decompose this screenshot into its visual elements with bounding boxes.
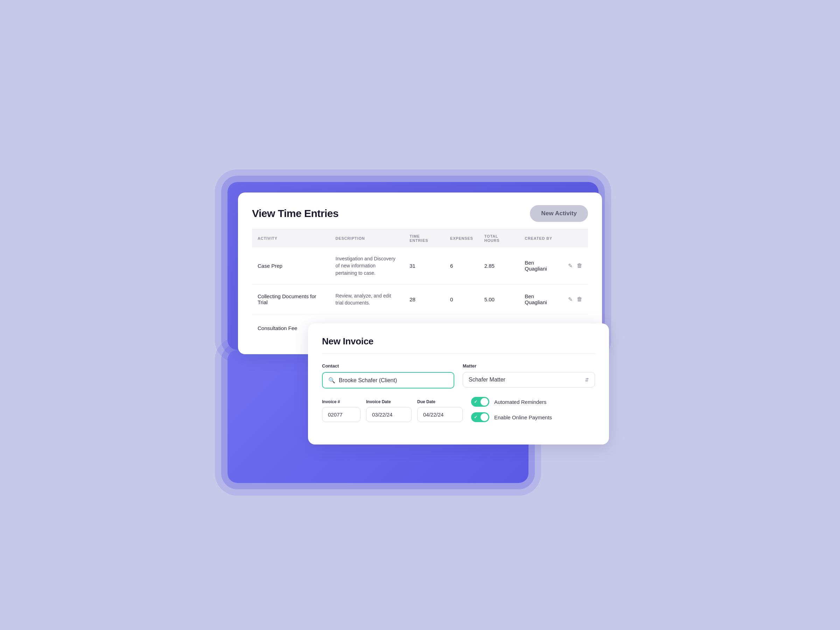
- matter-label: Matter: [463, 363, 595, 369]
- invoice-fields-row: Invoice # Invoice Date Due Date: [322, 399, 463, 422]
- contact-input[interactable]: [339, 377, 448, 384]
- cell-description: Investigation and Discovery of new infor…: [330, 248, 404, 284]
- cell-total-hours: 5.00: [479, 284, 519, 314]
- delete-icon[interactable]: 🗑: [577, 296, 583, 302]
- invoice-date-input[interactable]: [366, 407, 412, 422]
- toggle-check-icon: ✓: [474, 399, 477, 404]
- edit-icon[interactable]: ✎: [568, 262, 573, 269]
- col-expenses: EXPENSES: [445, 229, 479, 248]
- enable-payments-toggle[interactable]: ✓: [471, 412, 489, 422]
- scene: View Time Entries New Activity ACTIVITY …: [227, 182, 613, 448]
- invoice-dates-section: Invoice # Invoice Date Due Date: [322, 399, 463, 422]
- cell-activity: Case Prep: [252, 248, 330, 284]
- invoice-divider: [322, 353, 595, 354]
- contact-matter-row: Contact 🔍 Matter Schafer Matter ⇵: [322, 363, 595, 388]
- delete-icon[interactable]: 🗑: [577, 262, 583, 269]
- due-date-input[interactable]: [417, 407, 463, 422]
- invoice-title: New Invoice: [322, 336, 595, 347]
- table-row: Case Prep Investigation and Discovery of…: [252, 248, 588, 284]
- invoice-date-field: Invoice Date: [366, 399, 412, 422]
- matter-select[interactable]: Schafer Matter ⇵: [463, 372, 595, 387]
- matter-value: Schafer Matter: [469, 377, 505, 383]
- contact-field: Contact 🔍: [322, 363, 454, 388]
- edit-icon[interactable]: ✎: [568, 296, 573, 303]
- cell-description: Review, analyze, and edit trial document…: [330, 284, 404, 314]
- toggle-row-reminders: ✓ Automated Reminders: [471, 397, 595, 407]
- cell-expenses: 6: [445, 248, 479, 284]
- table-header-row: ACTIVITY DESCRIPTION TIME ENTRIES EXPENS…: [252, 229, 588, 248]
- col-created-by: CREATED BY: [519, 229, 562, 248]
- invoice-number-label: Invoice #: [322, 399, 360, 404]
- table-row: Collecting Documents for Trial Review, a…: [252, 284, 588, 314]
- invoice-number-field: Invoice #: [322, 399, 360, 422]
- search-icon: 🔍: [328, 377, 335, 384]
- cell-actions: ✎ 🗑: [562, 248, 588, 284]
- col-activity: ACTIVITY: [252, 229, 330, 248]
- due-date-label: Due Date: [417, 399, 463, 404]
- toggle-row-payments: ✓ Enable Online Payments: [471, 412, 595, 422]
- col-time-entries: TIME ENTRIES: [404, 229, 445, 248]
- page-title: View Time Entries: [252, 208, 338, 219]
- chevron-icon: ⇵: [585, 377, 589, 382]
- cell-created-by: Ben Quagliani: [519, 248, 562, 284]
- toggle-label-reminders: Automated Reminders: [494, 399, 546, 405]
- cell-total-hours: 2.85: [479, 248, 519, 284]
- contact-label: Contact: [322, 363, 454, 369]
- matter-field: Matter Schafer Matter ⇵: [463, 363, 595, 388]
- invoice-bottom-row: Invoice # Invoice Date Due Date: [322, 397, 595, 422]
- due-date-field: Due Date: [417, 399, 463, 422]
- toggles-section: ✓ Automated Reminders ✓ Enable Online Pa…: [471, 397, 595, 422]
- new-invoice-card: New Invoice Contact 🔍 Matter Schafer Mat…: [308, 324, 609, 445]
- toggle-check-icon: ✓: [474, 415, 477, 420]
- col-description: DESCRIPTION: [330, 229, 404, 248]
- cell-actions: ✎ 🗑: [562, 284, 588, 314]
- cell-expenses: 0: [445, 284, 479, 314]
- col-total-hours: TOTAL HOURS: [479, 229, 519, 248]
- new-activity-button[interactable]: New Activity: [530, 205, 588, 222]
- invoice-number-input[interactable]: [322, 407, 360, 422]
- cell-time-entries: 31: [404, 248, 445, 284]
- cell-created-by: Ben Quagliani: [519, 284, 562, 314]
- card-top-header: View Time Entries New Activity: [252, 205, 588, 222]
- cell-activity: Collecting Documents for Trial: [252, 284, 330, 314]
- cell-time-entries: 28: [404, 284, 445, 314]
- invoice-date-label: Invoice Date: [366, 399, 412, 404]
- col-actions: [562, 229, 588, 248]
- table-header: ACTIVITY DESCRIPTION TIME ENTRIES EXPENS…: [252, 229, 588, 248]
- automated-reminders-toggle[interactable]: ✓: [471, 397, 489, 407]
- contact-input-wrapper[interactable]: 🔍: [322, 372, 454, 388]
- toggle-label-payments: Enable Online Payments: [494, 414, 552, 420]
